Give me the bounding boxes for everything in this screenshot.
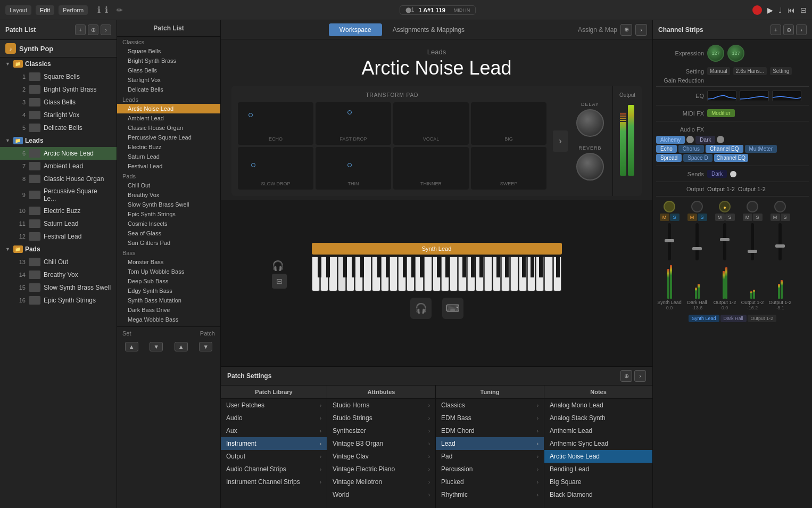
group-header-pads[interactable]: ▼ 📁 Pads [0,243,117,256]
transform-cell-thin[interactable]: THIN [316,147,391,190]
echo-btn[interactable]: Echo [656,145,677,153]
output-tag[interactable]: Output 1-2 [748,315,777,322]
pan-knob-5[interactable] [774,201,786,212]
patch-item-bright-synth[interactable]: 2 Bright Synth Brass [0,83,117,96]
nav-up-btn[interactable]: ▲ [125,342,138,351]
fader-thumb-3[interactable] [720,238,730,241]
patch-item-ambient[interactable]: 7 Ambient Lead [0,160,117,173]
reverb-knob[interactable] [576,153,604,181]
transform-cell-fast-drop[interactable]: FAST DROP [316,102,391,145]
notes-item-anthemic-sync[interactable]: Anthemic Sync Lead [544,437,652,450]
attr-item-studio-horns[interactable]: Studio Horns› [327,399,435,412]
attr-item-vintage-ep[interactable]: Vintage Electric Piano› [327,463,435,476]
patch-more-button[interactable]: › [101,24,111,35]
panel-item-arctic[interactable]: Arctic Noise Lead [117,104,220,113]
dark-hall-tag[interactable]: Dark Hall [720,315,747,322]
attr-item-world[interactable]: World› [327,488,435,501]
patch-item-saturn[interactable]: 11 Saturn Lead [0,217,117,230]
panel-item-synth-bass-mut[interactable]: Synth Bass Mutation [117,296,220,305]
nav-right-btn[interactable]: ▼ [199,342,212,351]
panel-item-chill[interactable]: Chill Out [117,181,220,190]
perform-button[interactable]: Perform [59,5,88,15]
fx-dot-1[interactable] [686,136,694,143]
add-patch-button[interactable]: + [75,24,86,35]
panel-item-bright-synth[interactable]: Bright Synth Brass [117,56,220,65]
panel-item-sun[interactable]: Sun Glitters Pad [117,238,220,248]
lib-item-output[interactable]: Output› [221,450,327,463]
dark-btn[interactable]: Dark [695,136,715,144]
headphone-icon-btn[interactable]: 🎧 [410,298,432,319]
patch-item-epic-synth[interactable]: 16 Epic Synth Strings [0,294,117,307]
panel-item-ambient[interactable]: Ambient Lead [117,113,220,123]
patch-item-starlight[interactable]: 4 Starlight Vox [0,109,117,121]
patch-item-classic-house[interactable]: 8 Classic House Organ [0,173,117,185]
fader-thumb-5[interactable] [775,244,785,248]
notes-item-big-square[interactable]: Big Square [544,476,652,488]
solo-btn-3[interactable]: S [725,214,735,221]
setting-btn[interactable]: Setting [770,67,792,75]
patch-item-slow-synth[interactable]: 15 Slow Synth Brass Swell [0,281,117,294]
notes-item-analog-mono[interactable]: Analog Mono Lead [544,399,652,412]
panel-item-edgy[interactable]: Edgy Synth Bass [117,286,220,296]
panel-item-slow-brass[interactable]: Slow Synth Brass Swell [117,200,220,209]
mute-btn-5[interactable]: M [770,214,780,221]
panel-item-mega[interactable]: Mega Wobble Bass [117,315,220,324]
panel-item-torn[interactable]: Torn Up Wobble Bass [117,267,220,276]
patch-item-breathy-vox[interactable]: 14 Breathy Vox [0,268,117,281]
tuning-item-pad[interactable]: Pad› [436,450,544,463]
panel-item-delicate[interactable]: Delicate Bells [117,85,220,94]
tuning-item-edm-chord[interactable]: EDM Chord› [436,424,544,437]
patch-item-percussive[interactable]: 9 Percussive Square Le... [0,185,117,204]
lib-item-instrument[interactable]: Instrument› [221,437,327,450]
panel-item-cosmic[interactable]: Cosmic Insects [117,219,220,228]
transform-nav-arrow[interactable]: › [553,130,568,152]
solo-btn-2[interactable]: S [698,214,707,221]
workspace-more[interactable]: › [635,24,647,36]
mixer-icon[interactable]: ⊟ [800,6,807,14]
lib-item-audio[interactable]: Audio› [221,412,327,424]
nav-left-btn[interactable]: ▲ [175,342,188,351]
metronome-icon[interactable]: ♩ [778,6,782,14]
patch-item-chill-out[interactable]: 13 Chill Out [0,256,117,268]
tuning-item-rhythmic[interactable]: Rhythmic› [436,488,544,501]
attr-item-studio-strings[interactable]: Studio Strings› [327,412,435,424]
notes-item-arctic[interactable]: Arctic Noise Lead [544,450,652,463]
solo-btn-1[interactable]: S [670,214,680,221]
play-button[interactable]: ▶ [767,6,773,14]
panel-item-breathy[interactable]: Breathy Vox [117,190,220,200]
tuning-item-lead[interactable]: Lead› [436,437,544,450]
patch-item-festival[interactable]: 12 Festival Lead [0,230,117,243]
fader-thumb-2[interactable] [692,247,702,250]
eq-curve-1[interactable] [707,91,736,101]
transform-cell-big[interactable]: BIG [471,102,546,145]
keyboard-icon-btn[interactable]: ⌨ [442,298,463,319]
piano-menu-icon[interactable]: ⊟ [272,274,287,289]
tuning-item-plucked[interactable]: Plucked› [436,476,544,488]
panel-item-percussive-sq[interactable]: Percussive Square Lead [117,133,220,142]
pan-knob-4[interactable] [747,201,758,212]
send-dot[interactable] [730,171,736,177]
nav-down-btn[interactable]: ▼ [150,342,163,351]
patch-item-delicate[interactable]: 5 Delicate Bells [0,121,117,134]
group-header-leads[interactable]: ▼ 📁 Leads [0,134,117,147]
eq-curve-2[interactable] [740,91,769,101]
mute-btn-3[interactable]: M [715,214,725,221]
eq-curve-3[interactable] [772,91,801,101]
patch-item-glass-bells[interactable]: 3 Glass Bells [0,96,117,109]
spread-btn[interactable]: Spread [656,154,682,162]
fader-thumb-1[interactable] [665,239,674,242]
layout-button[interactable]: Layout [5,5,31,15]
panel-item-classic-organ[interactable]: Classic House Organ [117,123,220,133]
attr-item-synthesizer[interactable]: Synthesizer› [327,424,435,437]
panel-item-monster[interactable]: Monster Bass [117,257,220,267]
pan-knob-2[interactable] [691,201,703,212]
pan-knob-1[interactable] [664,201,675,212]
cs-more-btn[interactable]: › [796,24,807,35]
tuning-item-edm-bass[interactable]: EDM Bass› [436,412,544,424]
tab-assignments[interactable]: Assignments & Mappings [382,23,475,36]
fx-dot-2[interactable] [717,136,724,143]
modifier-btn[interactable]: Modifier [707,109,735,117]
dark-send-btn[interactable]: Dark [707,170,727,178]
panel-item-deep[interactable]: Deep Sub Bass [117,276,220,286]
transform-cell-slow-drop[interactable]: SLOW DROP [238,147,313,190]
